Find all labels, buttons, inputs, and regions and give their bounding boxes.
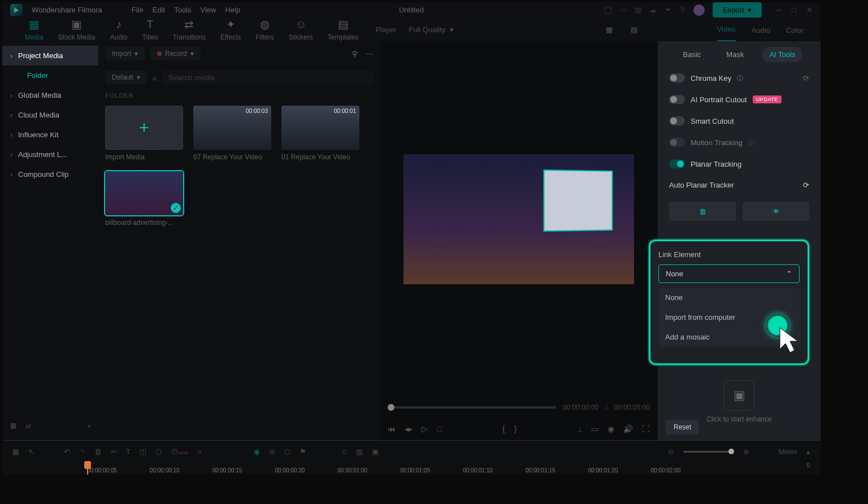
- preview-canvas[interactable]: [403, 154, 634, 284]
- fullscreen-icon[interactable]: ⛶: [642, 424, 650, 433]
- toggle-planar[interactable]: [669, 159, 685, 168]
- toggle-portrait[interactable]: [669, 95, 685, 104]
- nav-influence[interactable]: Influence Kit: [2, 125, 98, 145]
- tutorial-cursor: [766, 314, 789, 337]
- nav-compound[interactable]: Compound Clip: [2, 164, 98, 184]
- subtab-aitools[interactable]: AI Tools: [762, 47, 802, 62]
- search-input[interactable]: [163, 70, 373, 85]
- enhance-placeholder-icon[interactable]: ▣: [724, 380, 754, 411]
- toggle-smart[interactable]: [669, 116, 685, 125]
- playhead-slider[interactable]: [388, 406, 556, 409]
- ruler-icon[interactable]: ⟂: [578, 424, 582, 433]
- stop-icon[interactable]: □: [437, 424, 441, 433]
- mark-in-icon[interactable]: {: [502, 424, 505, 433]
- nav-adjustment[interactable]: Adjustment L...: [2, 145, 98, 164]
- preview-track-button[interactable]: 👁: [743, 202, 809, 221]
- info-icon[interactable]: ⓘ: [748, 138, 754, 147]
- time-current: 00:00:00:00: [563, 403, 598, 411]
- play-icon[interactable]: ▷: [422, 424, 428, 433]
- audio-meter: 0-6-12-18-24-30-36-42-48-54dB L R: [770, 462, 821, 475]
- nav-project-media[interactable]: Project Media: [2, 46, 98, 66]
- subtab-basic[interactable]: Basic: [676, 47, 708, 62]
- new-folder-icon[interactable]: ⊞: [10, 422, 16, 430]
- prev-frame-icon[interactable]: ⏮: [388, 424, 396, 433]
- step-back-icon[interactable]: ◂▸: [405, 424, 413, 433]
- timeline-ruler[interactable]: 00:00:00:0500:00:00:1000:00:00:1500:00:0…: [2, 462, 770, 475]
- zoom-slider[interactable]: [683, 451, 734, 453]
- search-icon: ⌕: [153, 73, 157, 82]
- grid-view-icon[interactable]: ▦: [606, 25, 613, 34]
- time-total: 00:00:05:00: [614, 403, 650, 411]
- redo-icon[interactable]: ↷: [79, 447, 85, 456]
- option-none[interactable]: None: [658, 288, 800, 307]
- snapshot-icon[interactable]: ◉: [607, 424, 614, 433]
- record-dropdown[interactable]: Record▾: [150, 47, 201, 60]
- auto-planar-label: Auto Planar Tracker: [669, 181, 734, 189]
- more-icon[interactable]: ⋯: [366, 50, 373, 58]
- reset-chroma-icon[interactable]: ⟳: [803, 74, 809, 82]
- left-nav: Project Media Folder Global Media Cloud …: [2, 41, 98, 440]
- link-element-label: Link Element: [658, 250, 800, 259]
- toggle-motion[interactable]: [669, 138, 685, 147]
- thumb-import[interactable]: + Import Media: [105, 106, 183, 161]
- subtab-mask[interactable]: Mask: [719, 47, 750, 62]
- import-dropdown[interactable]: Import▾: [105, 47, 145, 60]
- folder-icon[interactable]: ▱: [25, 422, 31, 430]
- filter-icon[interactable]: ⚲: [352, 50, 358, 58]
- check-icon: ✓: [171, 203, 181, 213]
- thumb-clip-01[interactable]: 00:00:01 01 Replace Your Video: [281, 106, 359, 161]
- nav-cloud[interactable]: Cloud Media: [2, 105, 98, 125]
- playhead[interactable]: [87, 462, 88, 475]
- collapse-icon[interactable]: ‹: [88, 422, 90, 430]
- mark-out-icon[interactable]: }: [514, 424, 517, 433]
- thumb-clip-07[interactable]: 00:00:03 07 Replace Your Video: [193, 106, 271, 161]
- chevron-up-icon: ⌃: [786, 270, 792, 278]
- folder-heading: FOLDER: [98, 89, 380, 102]
- toggle-chroma[interactable]: [669, 73, 685, 82]
- nav-global[interactable]: Global Media: [2, 85, 98, 105]
- image-view-icon[interactable]: ▨: [631, 25, 637, 34]
- info-icon[interactable]: ⓘ: [737, 74, 743, 82]
- plus-icon: +: [139, 118, 149, 137]
- update-badge: UPDATE: [753, 95, 782, 103]
- nav-folder[interactable]: Folder: [2, 66, 98, 85]
- delete-track-button[interactable]: 🗑: [669, 202, 736, 221]
- refresh-icon[interactable]: ⟳: [803, 181, 809, 189]
- sort-dropdown[interactable]: Default▾: [105, 71, 147, 84]
- thumb-billboard[interactable]: ✓ billboard-advertising-...: [105, 171, 183, 227]
- enhance-hint: Click to start enhance: [706, 415, 771, 423]
- link-element-select[interactable]: None ⌃: [658, 264, 800, 283]
- billboard-selection[interactable]: [544, 170, 613, 232]
- volume-icon[interactable]: 🔊: [623, 424, 633, 433]
- display-icon[interactable]: ▭: [591, 424, 598, 433]
